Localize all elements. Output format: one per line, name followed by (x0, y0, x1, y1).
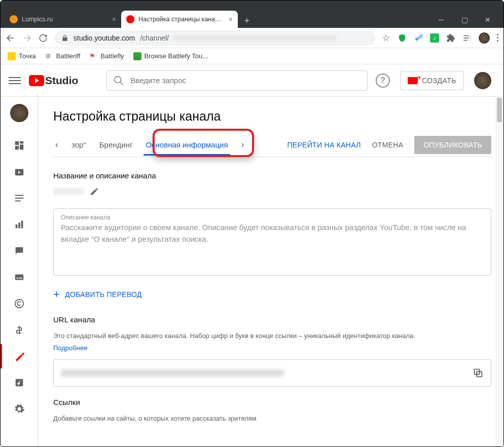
youtube-play-icon (29, 75, 44, 86)
description-textarea[interactable]: Описание канала Расскажите аудитории о с… (53, 208, 491, 276)
section-url-desc: Это стандартный веб-адрес вашего канала.… (53, 331, 491, 341)
sidebar-item-monetization[interactable] (1, 318, 38, 342)
svg-point-13 (15, 300, 23, 308)
help-icon[interactable]: ? (376, 73, 390, 88)
close-icon[interactable]: × (229, 15, 233, 23)
sidebar-item-comments[interactable] (1, 239, 38, 263)
sidebar-item-playlists[interactable] (1, 186, 38, 210)
tab-branding[interactable]: Брендинг (97, 134, 135, 155)
url-path: /channel/ (140, 34, 169, 42)
browser-tab-lumpics[interactable]: Lumpics.ru × (5, 11, 121, 28)
section-url-title: URL канала (53, 315, 491, 324)
tab-label: Lumpics.ru (22, 16, 108, 23)
edit-pencil-icon[interactable] (90, 187, 99, 196)
tab-scroll-right[interactable]: › (239, 139, 246, 150)
camera-icon (408, 77, 418, 84)
learn-more-link[interactable]: Подробнее (53, 344, 87, 352)
favicon-lumpics (10, 15, 18, 23)
extension-music-icon[interactable]: ♪ (430, 33, 439, 43)
svg-rect-3 (19, 141, 23, 144)
bookmark-battleriff[interactable]: ♔Battleriff (45, 52, 80, 60)
tab-truncated[interactable]: зор" (69, 134, 88, 155)
sidebar-item-settings[interactable] (1, 397, 38, 421)
page-title: Настройка страницы канала (53, 109, 491, 124)
channel-avatar[interactable] (10, 104, 28, 122)
scrollbar[interactable] (495, 97, 503, 447)
browser-tabs-bar: Lumpics.ru × Настройка страницы канала -… (1, 8, 503, 28)
channel-url-blurred (61, 369, 284, 377)
url-field[interactable]: studio.youtube.com/channel/ (54, 30, 375, 46)
plus-icon: + (53, 288, 60, 301)
browser-menu-button[interactable] (497, 34, 498, 42)
youtube-studio-logo[interactable]: Studio (29, 74, 78, 87)
lock-icon (61, 34, 68, 42)
close-icon[interactable]: × (112, 15, 116, 23)
svg-rect-8 (18, 222, 20, 228)
bookmark-battlefy[interactable]: Browse Battlefy Tou... (133, 52, 208, 60)
sidebar-item-copyright[interactable] (1, 291, 38, 316)
tab-label: Настройка страницы канала - Y (138, 16, 225, 23)
create-label: СОЗДАТЬ (422, 77, 456, 85)
nav-reload-button[interactable] (38, 33, 48, 43)
section-links-title: Ссылки (53, 398, 491, 406)
tab-scroll-left[interactable]: ‹ (53, 139, 60, 150)
create-button[interactable]: СОЗДАТЬ (400, 71, 464, 90)
add-translation-label: ДОБАВИТЬ ПЕРЕВОД (65, 290, 141, 299)
sidebar-item-analytics[interactable] (1, 212, 38, 237)
svg-rect-10 (15, 275, 23, 280)
reading-list-icon[interactable] (462, 33, 472, 43)
hamburger-menu-button[interactable] (9, 77, 21, 84)
account-avatar[interactable] (474, 72, 491, 89)
browser-tab-youtube-studio[interactable]: Настройка страницы канала - Y × (121, 11, 238, 28)
window-close-button[interactable]: ✕ (476, 12, 499, 28)
svg-rect-7 (15, 225, 17, 228)
main-content: Настройка страницы канала ‹ зор" Брендин… (38, 97, 503, 447)
channel-name-blurred (53, 188, 84, 195)
search-field[interactable] (130, 76, 361, 85)
sidebar-item-dashboard[interactable] (1, 133, 38, 158)
svg-rect-4 (19, 144, 23, 150)
copy-icon[interactable] (473, 367, 484, 379)
extension-shield-icon[interactable] (398, 33, 407, 43)
new-tab-button[interactable]: + (240, 14, 254, 28)
bookmark-tochka[interactable]: Точка (8, 52, 36, 60)
address-bar: studio.youtube.com/channel/ ☆ ♪ (1, 28, 503, 48)
section-name-title: Название и описание канала (53, 171, 491, 180)
search-input[interactable] (106, 70, 368, 91)
go-to-channel-link[interactable]: ПЕРЕЙТИ НА КАНАЛ (287, 141, 361, 149)
channel-url-field[interactable] (53, 359, 491, 387)
section-links-desc: Добавьте ссылки на сайты, о которых хоти… (53, 414, 491, 424)
nav-back-button[interactable] (6, 33, 16, 43)
svg-rect-5 (15, 146, 18, 150)
add-translation-button[interactable]: + ДОБАВИТЬ ПЕРЕВОД (53, 288, 491, 301)
star-icon[interactable]: ☆ (381, 33, 390, 43)
description-label: Описание канала (61, 214, 484, 221)
profile-avatar[interactable] (479, 32, 490, 44)
sidebar (1, 97, 38, 447)
cancel-button[interactable]: ОТМЕНА (372, 141, 404, 149)
tabs-row: ‹ зор" Брендинг Основная информация › ПЕ… (53, 133, 491, 157)
url-host: studio.youtube.com (74, 34, 135, 42)
tab-basic-info[interactable]: Основная информация (143, 134, 230, 155)
sidebar-item-audio[interactable] (1, 370, 38, 395)
publish-button[interactable]: ОПУБЛИКОВАТЬ (414, 136, 491, 154)
svg-rect-9 (21, 221, 23, 229)
search-icon (113, 75, 124, 86)
bookmarks-bar: Точка ♔Battleriff ⚑Battlefly Browse Batt… (1, 48, 503, 64)
extensions-icon[interactable] (446, 33, 455, 43)
bookmark-battlefly[interactable]: ⚑Battlefly (89, 52, 124, 60)
nav-forward-button[interactable] (22, 33, 32, 43)
app-header: Studio ? СОЗДАТЬ (1, 64, 503, 97)
sidebar-item-content[interactable] (1, 160, 38, 184)
window-minimize-button[interactable]: ─ (429, 12, 453, 28)
svg-point-1 (115, 76, 121, 83)
sidebar-item-subtitles[interactable] (1, 265, 38, 289)
favicon-youtube (126, 15, 134, 23)
svg-rect-11 (16, 278, 18, 279)
svg-rect-2 (15, 141, 18, 145)
extension-key-icon[interactable] (414, 33, 423, 43)
window-maximize-button[interactable]: ▢ (453, 12, 476, 28)
svg-rect-12 (19, 278, 22, 279)
sidebar-item-customization[interactable] (1, 344, 38, 368)
logo-text: Studio (45, 74, 78, 87)
